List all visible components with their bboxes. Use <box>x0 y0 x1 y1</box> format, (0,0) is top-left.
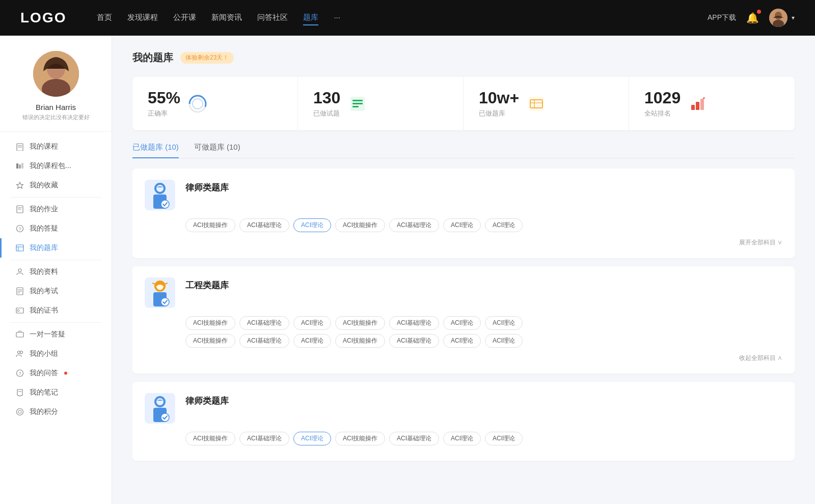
expand-btn-1[interactable]: 展开全部科目 ∨ <box>739 238 782 247</box>
tag[interactable]: ACI基础理论 <box>389 334 439 348</box>
nav-discover[interactable]: 发现课程 <box>127 11 158 25</box>
tag[interactable]: ACI技能操作 <box>185 316 235 330</box>
sidebar-item-exam[interactable]: 我的考试 <box>0 282 112 301</box>
sidebar-motto: 错误的决定比没有决定要好 <box>22 114 90 121</box>
sidebar-item-favorites[interactable]: 我的收藏 <box>0 176 112 195</box>
questions-badge <box>64 372 67 375</box>
tag[interactable]: ACI基础理论 <box>389 432 439 445</box>
tag[interactable]: ACI基础理论 <box>239 218 289 232</box>
tag[interactable]: ACI理论 <box>485 334 523 348</box>
page-wrap: Brian Harris 错误的决定比没有决定要好 我的课程 我的课程包... <box>0 36 815 504</box>
stat-questions: 130 已做试题 <box>298 77 464 130</box>
svg-rect-9 <box>16 163 18 169</box>
sidebar-item-packages[interactable]: 我的课程包... <box>0 156 112 176</box>
svg-point-34 <box>17 409 23 415</box>
sidebar-item-courses[interactable]: 我的课程 <box>0 137 112 156</box>
sidebar-item-questions[interactable]: ? 我的问答 <box>0 363 112 383</box>
group-icon <box>15 349 24 358</box>
user-avatar-wrap[interactable]: ▾ <box>769 9 795 27</box>
bank-icon-lawyer <box>145 180 175 210</box>
sidebar-profile-label: 我的资料 <box>30 267 58 276</box>
sidebar-item-cert[interactable]: 我的证书 <box>0 301 112 320</box>
tag-highlighted[interactable]: ACI理论 <box>293 432 331 445</box>
svg-point-27 <box>17 310 19 312</box>
questions-icon: ? <box>15 369 24 378</box>
tab-done[interactable]: 已做题库 (10) <box>132 143 179 158</box>
notification-bell[interactable]: 🔔 <box>746 12 759 24</box>
tag[interactable]: ACI理论 <box>443 218 481 232</box>
nav-home[interactable]: 首页 <box>97 11 112 25</box>
sidebar-item-profile[interactable]: 我的资料 <box>0 262 112 282</box>
questions-label: 已做试题 <box>313 109 340 118</box>
tag[interactable]: ACI技能操作 <box>185 334 235 348</box>
tab-available[interactable]: 可做题库 (10) <box>194 143 240 158</box>
sidebar-item-notes[interactable]: 我的笔记 <box>0 383 112 402</box>
points-icon <box>15 407 24 416</box>
svg-point-35 <box>18 410 21 413</box>
sidebar-menu: 我的课程 我的课程包... 我的收藏 我的作业 <box>0 137 112 422</box>
sidebar-item-group[interactable]: 我的小组 <box>0 344 112 363</box>
tag[interactable]: ACI技能操作 <box>335 218 385 232</box>
app-download-btn[interactable]: APP下载 <box>708 13 736 22</box>
nav-open-course[interactable]: 公开课 <box>173 11 196 25</box>
sidebar-tutor-label: 一对一答疑 <box>30 330 65 339</box>
sidebar-item-bank[interactable]: 我的题库 <box>0 238 112 258</box>
sidebar-exam-label: 我的考试 <box>30 287 58 296</box>
tag[interactable]: ACI技能操作 <box>185 432 235 445</box>
tag[interactable]: ACI基础理论 <box>239 316 289 330</box>
questions-done-icon <box>348 95 367 113</box>
bank-card-engineer: 工程类题库 ACI技能操作 ACI基础理论 ACI理论 ACI技能操作 ACI基… <box>132 266 795 374</box>
sidebar-user-name: Brian Harris <box>36 103 76 111</box>
tag[interactable]: ACI技能操作 <box>335 316 385 330</box>
svg-point-52 <box>156 185 164 192</box>
sidebar-item-tutor[interactable]: 一对一答疑 <box>0 325 112 344</box>
sidebar-questions-label: 我的问答 <box>30 369 58 378</box>
tag[interactable]: ACI理论 <box>485 218 523 232</box>
tag[interactable]: ACI基础理论 <box>239 334 289 348</box>
main-content: 我的题库 体验剩余23天！ 55% 正确率 <box>112 36 815 504</box>
bank-icon-lawyer-2 <box>145 393 175 424</box>
sidebar-divider-2 <box>10 260 101 260</box>
tag[interactable]: ACI技能操作 <box>335 432 385 445</box>
rank-icon <box>689 95 707 113</box>
sidebar-notes-label: 我的笔记 <box>30 388 58 397</box>
bank-icon <box>15 243 24 253</box>
tag[interactable]: ACI理论 <box>443 316 481 330</box>
svg-point-29 <box>18 351 20 354</box>
homework-icon <box>15 205 24 214</box>
tag[interactable]: ACI理论 <box>293 316 331 330</box>
cert-icon <box>15 306 24 315</box>
sidebar-points-label: 我的积分 <box>30 407 58 416</box>
bank-tags-engineer-row2: ACI技能操作 ACI基础理论 ACI理论 ACI技能操作 ACI基础理论 AC… <box>145 334 782 348</box>
bank-done-icon <box>527 95 546 113</box>
nav-news[interactable]: 新闻资讯 <box>211 11 242 25</box>
tag[interactable]: ACI基础理论 <box>389 218 439 232</box>
tag[interactable]: ACI基础理论 <box>389 316 439 330</box>
tag[interactable]: ACI基础理论 <box>239 432 289 445</box>
sidebar-item-homework[interactable]: 我的作业 <box>0 200 112 219</box>
svg-point-30 <box>20 351 23 354</box>
tag[interactable]: ACI理论 <box>485 316 523 330</box>
tag[interactable]: ACI理论 <box>485 432 523 445</box>
bank-tags-lawyer-2: ACI技能操作 ACI基础理论 ACI理论 ACI技能操作 ACI基础理论 AC… <box>145 432 782 445</box>
nav-bank[interactable]: 题库 <box>303 11 318 25</box>
question-icon: ? <box>15 224 24 233</box>
collapse-btn[interactable]: 收起全部科目 ∧ <box>739 354 782 362</box>
tag[interactable]: ACI技能操作 <box>335 334 385 348</box>
rank-label: 全站排名 <box>644 109 681 118</box>
navbar-logo[interactable]: LOGO <box>20 10 66 26</box>
tag-highlighted[interactable]: ACI理论 <box>293 218 331 232</box>
tag[interactable]: ACI技能操作 <box>185 218 235 232</box>
accuracy-label: 正确率 <box>148 109 180 118</box>
sidebar-avatar <box>33 51 79 97</box>
tag[interactable]: ACI理论 <box>293 334 331 348</box>
sidebar-item-answer[interactable]: ? 我的答疑 <box>0 219 112 238</box>
profile-icon <box>15 267 24 276</box>
tag[interactable]: ACI理论 <box>443 334 481 348</box>
nav-more[interactable]: ··· <box>334 11 340 25</box>
sidebar-item-points[interactable]: 我的积分 <box>0 402 112 422</box>
tag[interactable]: ACI理论 <box>443 432 481 445</box>
svg-point-57 <box>161 298 169 306</box>
nav-qa[interactable]: 问答社区 <box>257 11 288 25</box>
bell-icon: 🔔 <box>746 12 759 23</box>
